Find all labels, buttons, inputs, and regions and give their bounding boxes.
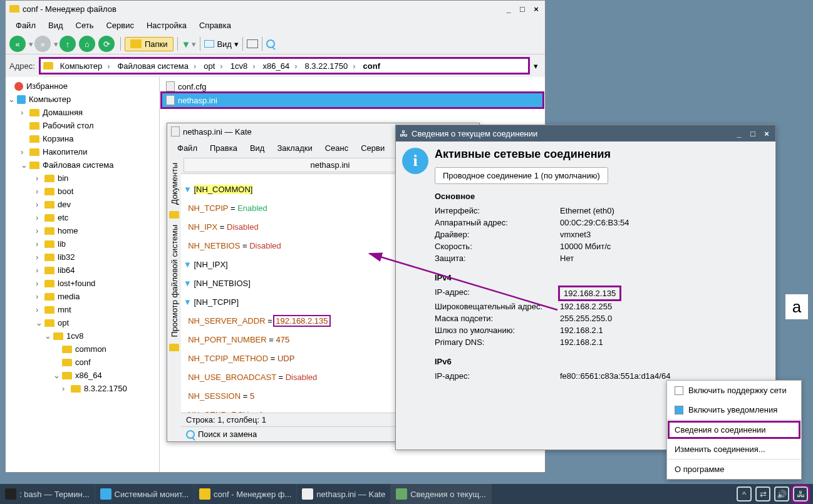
tree-desktop[interactable]: Рабочий стол (6, 119, 159, 132)
menu-view[interactable]: Вид (42, 18, 70, 33)
ctx-about[interactable]: О программе (667, 460, 801, 479)
fm-title: conf - Менеджер файлов (23, 4, 117, 14)
file-nethasp-ini[interactable]: nethasp.ini (162, 93, 542, 107)
tree-home[interactable]: ›Домашняя (6, 106, 159, 119)
tree-drives[interactable]: ›Накопители (6, 145, 159, 158)
file-icon (171, 126, 180, 136)
fm-titlebar: conf - Менеджер файлов _ □ × (6, 1, 545, 17)
tray-network-icon[interactable]: 🖧 (793, 486, 808, 501)
kate-icon (302, 488, 313, 500)
tray-share-icon[interactable]: ⇄ (755, 486, 770, 501)
filter-icon[interactable]: ▼ (182, 39, 191, 49)
tab-fs-browser[interactable]: Просмотр файловой системы (168, 221, 180, 341)
menu-file[interactable]: Файл (9, 18, 42, 33)
tree-boot[interactable]: ›boot (6, 185, 159, 198)
tree-etc[interactable]: ›etc (6, 211, 159, 224)
minimize-button[interactable]: _ (734, 128, 744, 138)
tree-trash[interactable]: Корзина (6, 132, 159, 145)
breadcrumb[interactable]: Компьютер Файловая система opt 1cv8 x86_… (39, 57, 530, 75)
folder-tree[interactable]: Избранное ⌄Компьютер ›Домашняя Рабочий с… (6, 77, 160, 472)
desktop-input-indicator: a (785, 294, 808, 319)
addr-dropdown[interactable]: ▾ (530, 61, 541, 71)
ctx-connection-info[interactable]: Сведения о соединении (667, 420, 801, 440)
tree-filesystem[interactable]: ⌄Файловая система (6, 158, 159, 172)
connection-tab[interactable]: Проводное соединение 1 (по умолчанию) (435, 167, 608, 184)
folder-icon (9, 5, 19, 13)
fm-toolbar: « ▾ » ▾ ↑ ⌂ ⟳ Папки ▼ ▾ Вид ▾ (6, 34, 545, 54)
kate-title: nethasp.ini — Kate (183, 127, 252, 136)
task-fm[interactable]: conf - Менеджер ф... (194, 484, 297, 504)
ctx-enable-notif[interactable]: Включить уведомления (667, 400, 801, 419)
checkbox-icon (675, 406, 683, 414)
task-netinfo[interactable]: Сведения о текущ... (391, 484, 492, 504)
status-pos: Строка: 1, столбец: 1 (186, 415, 266, 424)
ctx-enable-net[interactable]: Включить поддержку сети (667, 381, 801, 400)
tray-up-icon[interactable]: ^ (737, 486, 752, 501)
reload-button[interactable]: ⟳ (98, 36, 115, 52)
tree-dev[interactable]: ›dev (6, 198, 159, 211)
tree-lib64[interactable]: ›lib64 (6, 264, 159, 277)
maximize-button[interactable]: □ (748, 128, 758, 138)
section-main: Основное (435, 192, 769, 201)
kmenu-bookmarks[interactable]: Закладки (271, 141, 318, 155)
tab-documents[interactable]: Документы (168, 159, 180, 208)
task-terminal[interactable]: : bash — Термин... (0, 484, 95, 504)
tree-home[interactable]: ›home (6, 224, 159, 237)
crumb-ver[interactable]: 8.3.22.1750 (301, 61, 360, 71)
columns-icon[interactable] (247, 39, 258, 48)
tree-8322[interactable]: ›8.3.22.1750 (6, 382, 159, 395)
close-button[interactable]: × (531, 4, 541, 14)
kmenu-edit[interactable]: Правка (204, 141, 244, 155)
tree-common[interactable]: common (6, 342, 159, 356)
file-conf-cfg[interactable]: conf.cfg (162, 80, 542, 93)
kmenu-session[interactable]: Сеанс (319, 141, 355, 155)
menu-help[interactable]: Справка (193, 18, 237, 33)
forward-button[interactable]: » (34, 36, 51, 52)
tree-x86-64[interactable]: ⌄x86_64 (6, 369, 159, 382)
kmenu-file[interactable]: Файл (171, 141, 204, 155)
ctx-edit-connections[interactable]: Изменить соединения... (667, 440, 801, 459)
folders-toggle[interactable]: Папки (125, 37, 173, 51)
tray-volume-icon[interactable]: 🔊 (774, 486, 789, 501)
section-ipv4: IPv4 (435, 273, 769, 282)
maximize-button[interactable]: □ (517, 4, 527, 14)
task-kate[interactable]: nethasp.ini — Kate (297, 484, 391, 504)
menu-settings[interactable]: Настройка (140, 18, 193, 33)
computer-icon (17, 95, 26, 104)
folder-icon (169, 344, 179, 351)
kmenu-service[interactable]: Серви (355, 141, 391, 155)
ip-address-value: 192.168.2.135 (560, 287, 619, 299)
up-button[interactable]: ↑ (60, 36, 76, 52)
net-titlebar: 🖧 Сведения о текущем соединении _ □ × (396, 125, 775, 141)
kmenu-view[interactable]: Вид (244, 141, 271, 155)
tree-lib[interactable]: ›lib (6, 237, 159, 250)
tree-computer[interactable]: ⌄Компьютер (6, 93, 159, 106)
tree-media[interactable]: ›media (6, 290, 159, 303)
address-bar-row: Адрес: Компьютер Файловая система opt 1c… (6, 54, 545, 77)
tree-favorites[interactable]: Избранное (6, 80, 159, 93)
crumb-computer[interactable]: Компьютер (56, 61, 114, 71)
menu-net[interactable]: Сеть (70, 18, 100, 33)
menu-tools[interactable]: Сервис (100, 18, 140, 33)
crumb-1cv8[interactable]: 1cv8 (227, 61, 259, 71)
back-button[interactable]: « (9, 36, 26, 52)
tree-lost+found[interactable]: ›lost+found (6, 277, 159, 290)
tree-mnt[interactable]: ›mnt (6, 303, 159, 316)
tree-opt[interactable]: ⌄opt (6, 316, 159, 329)
search-icon[interactable] (266, 39, 275, 48)
view-mode-button[interactable]: Вид ▾ (204, 39, 239, 49)
task-sysmon[interactable]: Системный монит... (95, 484, 194, 504)
address-label: Адрес: (9, 61, 35, 71)
tree-conf[interactable]: conf (6, 356, 159, 369)
close-button[interactable]: × (762, 128, 772, 138)
minimize-button[interactable]: _ (504, 4, 514, 14)
crumb-opt[interactable]: opt (200, 61, 226, 71)
crumb-conf[interactable]: conf (360, 61, 389, 71)
network-icon: 🖧 (400, 129, 408, 138)
home-button[interactable]: ⌂ (79, 36, 95, 52)
crumb-fs[interactable]: Файловая система (113, 61, 200, 71)
crumb-x64[interactable]: x86_64 (259, 61, 301, 71)
tree-lib32[interactable]: ›lib32 (6, 250, 159, 264)
tree-1cv8[interactable]: ⌄1cv8 (6, 329, 159, 342)
tree-bin[interactable]: ›bin (6, 172, 159, 185)
